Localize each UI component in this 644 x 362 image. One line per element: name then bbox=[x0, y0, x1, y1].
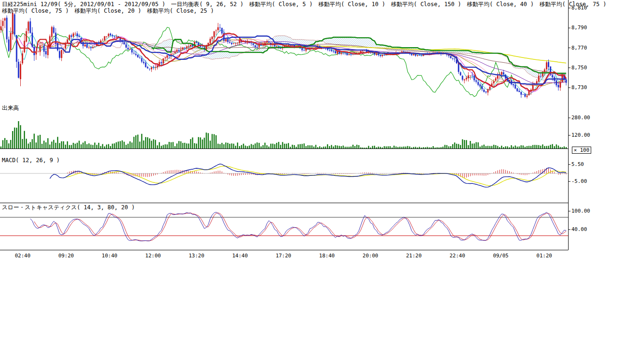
stoch-axis-label: 100.00 bbox=[571, 208, 590, 214]
time-axis-label: 12:00 bbox=[145, 253, 161, 259]
macd-axis-label: 5.50 bbox=[571, 161, 584, 167]
time-axis-label: 09:20 bbox=[58, 253, 74, 259]
chart-window: 日経225mini 12/09( 5分, 2012/09/01 - 2012/0… bbox=[0, 0, 644, 362]
volume-pane-label: 出来高 bbox=[2, 104, 19, 112]
time-axis-label: 21:20 bbox=[406, 253, 421, 259]
volume-axis-label: 120.00 bbox=[571, 132, 590, 138]
macd-pane-label: MACD( 12, 26, 9 ) bbox=[2, 157, 60, 164]
price-axis-label: 8,810 bbox=[571, 5, 587, 11]
time-axis-label: 02:40 bbox=[15, 253, 30, 259]
time-axis-label: 10:40 bbox=[102, 253, 117, 259]
time-axis-label: 09/05 bbox=[493, 253, 509, 259]
time-axis-label: 13:20 bbox=[189, 253, 204, 259]
time-axis-label: 01:20 bbox=[537, 253, 552, 259]
time-axis-label: 20:00 bbox=[363, 253, 378, 259]
volume-axis-label: 280.00 bbox=[571, 115, 590, 121]
time-axis-label: 17:20 bbox=[276, 253, 291, 259]
price-axis-label: 8,750 bbox=[571, 65, 587, 71]
time-axis-label: 18:40 bbox=[319, 253, 335, 259]
price-axis-label: 8,730 bbox=[571, 84, 587, 90]
price-axis-label: 8,790 bbox=[571, 25, 587, 31]
stoch-axis-label: 40.00 bbox=[571, 226, 587, 232]
macd-axis-label: -5.00 bbox=[571, 178, 587, 184]
price-chart-canvas bbox=[0, 0, 644, 264]
chart-header-line1: 日経225mini 12/09( 5分, 2012/09/01 - 2012/0… bbox=[2, 1, 606, 8]
stoch-pane-label: スロー・ストキャスティクス( 14, 3, 80, 20 ) bbox=[2, 204, 135, 212]
price-axis-label: 8,770 bbox=[571, 45, 587, 51]
time-axis-label: 14:40 bbox=[232, 253, 248, 259]
time-axis-label: 22:40 bbox=[449, 253, 465, 259]
chart-header-line2: 移動平均( Close, 75 ) 移動平均( Close, 20 ) 移動平均… bbox=[2, 8, 214, 14]
volume-multiplier-badge: × 100 bbox=[572, 147, 591, 154]
